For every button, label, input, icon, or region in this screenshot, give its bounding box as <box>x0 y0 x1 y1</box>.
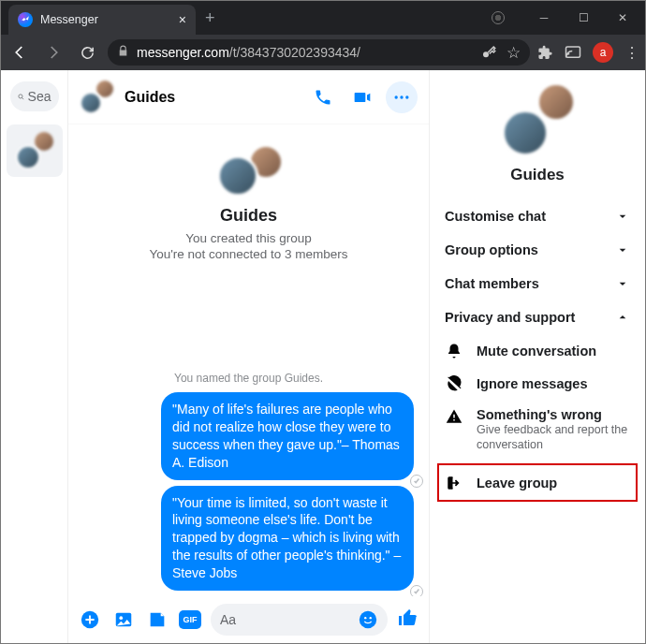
key-icon[interactable] <box>480 44 497 61</box>
chat-connected-label: You're not connected to 3 members <box>149 247 347 261</box>
thumbs-up-button[interactable] <box>397 607 419 633</box>
leave-group-button[interactable]: Leave group <box>441 470 634 495</box>
account-indicator-icon[interactable] <box>492 11 505 24</box>
chevron-down-icon <box>615 209 630 224</box>
emoji-icon[interactable] <box>358 609 378 630</box>
chat-column: Guides Guides You created this group You… <box>68 70 430 643</box>
url-box[interactable]: messenger.com/t/3843730202393434/ ☆ <box>108 39 530 66</box>
ignore-messages-button[interactable]: Ignore messages <box>441 367 634 400</box>
group-avatar-icon <box>16 132 53 169</box>
window-controls: ─ ☐ ✕ <box>492 4 645 32</box>
message-input[interactable]: Aa <box>211 604 388 636</box>
chevron-down-icon <box>615 242 630 257</box>
address-bar: messenger.com/t/3843730202393434/ ☆ a ⋮ <box>1 35 645 70</box>
leave-group-highlight: Leave group <box>437 463 638 502</box>
forward-button[interactable] <box>40 39 66 66</box>
svg-point-8 <box>119 616 123 620</box>
message-bubble[interactable]: "Many of life's failures are people who … <box>161 392 414 480</box>
svg-point-11 <box>370 617 372 619</box>
conversation-info-button[interactable] <box>386 81 418 113</box>
titlebar: Messenger × + ─ ☐ ✕ <box>1 1 645 35</box>
browser-menu-icon[interactable]: ⋮ <box>624 44 639 62</box>
sent-check-icon <box>410 585 423 596</box>
chevron-up-icon <box>615 310 630 325</box>
minimize-button[interactable]: ─ <box>525 4 563 32</box>
message-row: "Your time is limited, so don't waste it… <box>78 486 419 596</box>
chat-hero-name: Guides <box>220 206 277 226</box>
lock-icon <box>117 45 129 60</box>
reload-button[interactable] <box>74 39 100 66</box>
section-chat-members[interactable]: Chat members <box>441 267 634 300</box>
maximize-button[interactable]: ☐ <box>565 4 602 32</box>
chat-created-label: You created this group <box>185 231 312 245</box>
svg-point-2 <box>18 94 22 97</box>
chat-title: Guides <box>125 89 175 106</box>
search-icon <box>18 90 24 104</box>
panel-header: Guides <box>441 85 634 184</box>
message-bubble[interactable]: "Your time is limited, so don't waste it… <box>161 486 414 591</box>
chat-header-avatar[interactable] <box>80 80 113 114</box>
warning-icon <box>445 407 463 425</box>
attach-image-button[interactable] <box>111 607 136 632</box>
url-text: messenger.com/t/3843730202393434/ <box>137 45 360 60</box>
svg-point-4 <box>400 95 403 98</box>
mute-conversation-button[interactable]: Mute conversation <box>441 334 634 367</box>
back-button[interactable] <box>7 39 33 66</box>
svg-point-9 <box>360 611 376 628</box>
search-input[interactable]: Sea <box>10 81 59 111</box>
extensions-icon[interactable] <box>537 45 553 61</box>
section-customise-chat[interactable]: Customise chat <box>441 199 634 233</box>
search-placeholder: Sea <box>28 89 51 104</box>
close-window-button[interactable]: ✕ <box>604 4 641 32</box>
chat-body: Guides You created this group You're not… <box>68 124 429 596</box>
browser-tab[interactable]: Messenger × <box>8 5 196 35</box>
svg-point-10 <box>364 617 366 619</box>
bell-icon <box>445 342 463 359</box>
more-actions-button[interactable] <box>78 607 102 632</box>
system-message: You named the group Guides. <box>174 372 323 385</box>
new-tab-button[interactable]: + <box>196 8 225 28</box>
messenger-app: Sea Guides Guides You created t <box>1 70 645 643</box>
somethings-wrong-button[interactable]: Something's wrong Give feedback and repo… <box>441 400 634 460</box>
messenger-favicon <box>18 12 33 27</box>
toolbar-right: a ⋮ <box>537 42 639 63</box>
chevron-down-icon <box>615 276 630 291</box>
message-placeholder: Aa <box>220 612 236 627</box>
video-call-button[interactable] <box>346 81 378 113</box>
profile-avatar[interactable]: a <box>593 42 613 63</box>
section-group-options[interactable]: Group options <box>441 233 634 267</box>
svg-point-3 <box>395 95 398 98</box>
ignore-icon <box>445 374 463 392</box>
gif-button[interactable]: GIF <box>179 610 201 629</box>
composer: GIF Aa <box>68 596 429 643</box>
panel-name: Guides <box>510 166 565 184</box>
conversation-sidebar: Sea <box>1 70 68 643</box>
chat-header-actions <box>307 81 418 113</box>
info-panel: Guides Customise chat Group options Chat… <box>430 70 645 643</box>
svg-point-5 <box>405 95 408 98</box>
attach-sticker-button[interactable] <box>145 607 169 632</box>
message-row: "Many of life's failures are people who … <box>78 392 419 486</box>
svg-point-0 <box>483 51 489 57</box>
bookmark-icon[interactable]: ☆ <box>507 43 521 63</box>
cast-icon[interactable] <box>565 44 581 61</box>
conversation-item[interactable] <box>7 124 63 177</box>
panel-avatar <box>502 85 573 156</box>
chat-header: Guides <box>68 70 429 124</box>
tab-close-icon[interactable]: × <box>179 12 186 27</box>
tab-title: Messenger <box>40 13 171 26</box>
chat-hero-avatar <box>217 147 281 197</box>
section-privacy-support[interactable]: Privacy and support <box>441 300 634 334</box>
audio-call-button[interactable] <box>307 81 339 113</box>
leave-icon <box>445 474 463 491</box>
